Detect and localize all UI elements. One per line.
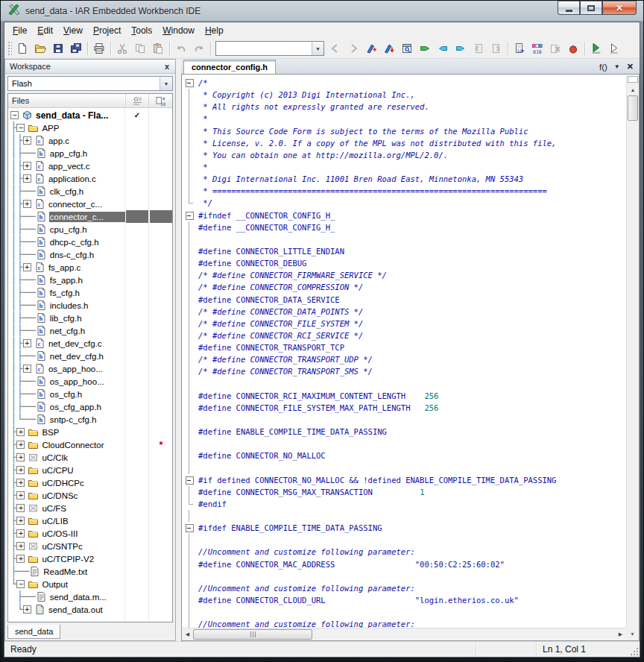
- goto-forward-button[interactable]: [344, 40, 362, 57]
- fold-collapse-box[interactable]: [182, 77, 198, 89]
- code-lines[interactable]: /* * Copyright (c) 2013 Digi Internation…: [182, 75, 626, 628]
- toggle-bookmark-button[interactable]: [362, 40, 380, 57]
- tree-item-uc-sntpc[interactable]: ├+uC/SNTPc: [8, 540, 172, 552]
- copy-button[interactable]: [131, 40, 149, 57]
- stop-build-button[interactable]: [546, 40, 564, 57]
- tree-item-application-c[interactable]: │├+capplication.c: [8, 172, 172, 185]
- toolbar-grip[interactable]: [7, 41, 12, 56]
- editor-close-icon[interactable]: ✕: [627, 62, 634, 72]
- browse-forward-button[interactable]: [452, 40, 470, 57]
- menu-project[interactable]: Project: [88, 23, 126, 38]
- tree-item-app-vect-c[interactable]: │├+capp_vect.c: [8, 160, 172, 172]
- tree-expand-toggle[interactable]: +: [23, 605, 31, 614]
- tree-item-fs-app-h[interactable]: │├──hfs_app.h: [8, 274, 172, 286]
- find-in-window-button[interactable]: [398, 40, 416, 57]
- function-list-button[interactable]: f(): [599, 63, 607, 72]
- workspace-panel-header[interactable]: Workspace x: [5, 60, 175, 74]
- chevron-down-icon[interactable]: ▼: [312, 42, 323, 55]
- tree-item-os-cfg-app-h[interactable]: │├──hos_cfg_app.h: [8, 400, 172, 413]
- tree-item-uc-cpu[interactable]: ├+uC/CPU: [8, 464, 172, 476]
- goto-back-button[interactable]: [326, 40, 344, 57]
- files-column-label[interactable]: Files: [8, 94, 126, 107]
- tree-expand-toggle[interactable]: +: [16, 517, 25, 525]
- tree-item-dns-c-cfg-h[interactable]: │├──hdns-c_cfg.h: [8, 248, 172, 261]
- menu-file[interactable]: File: [7, 23, 32, 38]
- scroll-up-arrow[interactable]: ▲: [627, 83, 639, 95]
- title-bar[interactable]: send_data - IAR Embedded Workbench IDE: [1, 1, 643, 22]
- tree-expand-toggle[interactable]: +: [16, 555, 25, 563]
- tree-item-readme-txt[interactable]: ├──ReadMe.txt: [8, 565, 172, 578]
- browse-back-button[interactable]: [434, 40, 452, 57]
- tree-item-output[interactable]: └−Output: [8, 578, 172, 590]
- tree-item-includes-h[interactable]: │├──hincludes.h: [8, 299, 172, 312]
- tree-expand-toggle[interactable]: +: [16, 441, 25, 449]
- configuration-selector[interactable]: Flash ▼: [7, 76, 173, 91]
- workspace-close-button[interactable]: x: [163, 62, 171, 71]
- cut-button[interactable]: [113, 40, 131, 57]
- tree-expand-toggle[interactable]: −: [16, 580, 25, 588]
- tree-expand-toggle[interactable]: +: [16, 542, 25, 550]
- chevron-down-icon[interactable]: ▼: [160, 77, 172, 90]
- tree-expand-toggle[interactable]: −: [16, 124, 25, 132]
- redo-button[interactable]: [190, 40, 208, 57]
- tree-expand-toggle[interactable]: +: [23, 365, 31, 373]
- menu-tools[interactable]: Tools: [126, 23, 157, 38]
- menu-view[interactable]: View: [58, 23, 88, 38]
- tree-item-app-c[interactable]: │├+capp.c: [8, 134, 172, 147]
- combobox-value[interactable]: [216, 42, 312, 55]
- new-file-button[interactable]: [13, 40, 31, 57]
- compile-button[interactable]: 10: [511, 40, 528, 57]
- tree-item-net-dev-cfg-h[interactable]: │├──hnet_dev_cfg.h: [8, 350, 172, 362]
- tree-expand-toggle[interactable]: +: [23, 263, 31, 271]
- make-button[interactable]: 010: [528, 40, 546, 57]
- tree-item-lib-cfg-h[interactable]: │├──hlib_cfg.h: [8, 312, 172, 324]
- tree-expand-toggle[interactable]: −: [10, 111, 19, 119]
- tree-item-dhcp-c-cfg-h[interactable]: │├──hdhcp-c_cfg.h: [8, 236, 172, 248]
- tree-item-uc-dhcpc[interactable]: ├+uC/DHCPc: [8, 476, 172, 489]
- quick-search-combobox[interactable]: ▼: [215, 41, 324, 56]
- print-button[interactable]: [90, 40, 108, 57]
- menu-window[interactable]: Window: [157, 23, 200, 38]
- tree-item-uc-dnsc[interactable]: ├+uC/DNSc: [8, 489, 172, 502]
- editor-tab-connector-config[interactable]: connector_config.h: [183, 60, 276, 74]
- build-order-column-icon[interactable]: 10: [149, 94, 172, 107]
- debug-without-downloading-button[interactable]: [605, 40, 623, 57]
- tree-item-bsp[interactable]: ├+BSP: [8, 426, 172, 438]
- next-bookmark-button[interactable]: [380, 40, 398, 57]
- tree-expand-toggle[interactable]: +: [23, 174, 31, 183]
- go-button[interactable]: [416, 40, 434, 57]
- tree-item-app-cfg-h[interactable]: │├──happ_cfg.h: [8, 147, 172, 160]
- tree-item-fs-cfg-h[interactable]: │├──hfs_cfg.h: [8, 286, 172, 299]
- tree-expand-toggle[interactable]: +: [16, 479, 25, 487]
- scroll-right-arrow[interactable]: ▶: [615, 628, 626, 640]
- tree-expand-toggle[interactable]: +: [23, 339, 31, 347]
- tree-item-connector-c-[interactable]: │├+cconnector_c...: [8, 198, 172, 210]
- tree-expand-toggle[interactable]: +: [16, 466, 25, 474]
- open-file-button[interactable]: [31, 40, 49, 57]
- debug-button[interactable]: [564, 40, 582, 57]
- tree-item-fs-app-c[interactable]: │├+cfs_app.c: [8, 261, 172, 274]
- fold-collapse-box[interactable]: [182, 522, 198, 534]
- tree-item-send-data-fla-[interactable]: −send_data - Fla...✓: [8, 109, 172, 122]
- panel-splitter[interactable]: [176, 59, 181, 641]
- tree-item-os-app-hoo-[interactable]: │├+cos_app_hoo...: [8, 362, 172, 375]
- vertical-scrollbar[interactable]: ▲: [626, 75, 639, 628]
- tree-item-net-cfg-h[interactable]: │├──hnet_cfg.h: [8, 324, 172, 337]
- tree-expand-toggle[interactable]: +: [16, 529, 25, 538]
- tree-item-cloudconnector[interactable]: ├+CloudConnector*: [8, 438, 172, 451]
- close-button[interactable]: ✕: [602, 1, 637, 15]
- previous-file-button[interactable]: [470, 40, 487, 57]
- tree-item-uc-lib[interactable]: ├+uC/LIB: [8, 514, 172, 527]
- undo-button[interactable]: [172, 40, 190, 57]
- tree-expand-toggle[interactable]: +: [16, 491, 25, 499]
- tree-item-app[interactable]: ├−APP: [8, 122, 172, 134]
- fold-collapse-box[interactable]: [182, 209, 198, 221]
- file-options-column-icon[interactable]: [126, 94, 149, 107]
- tree-expand-toggle[interactable]: +: [23, 162, 31, 170]
- menu-edit[interactable]: Edit: [32, 23, 58, 38]
- tree-item-uc-tcpip-v2[interactable]: ├+uC/TCPIP-V2: [8, 552, 172, 565]
- horizontal-scrollbar[interactable]: ◀ ▶: [182, 628, 626, 640]
- next-file-button[interactable]: [487, 40, 505, 57]
- menu-help[interactable]: Help: [200, 23, 229, 38]
- tree-item-send-data-out[interactable]: └+send_data.out: [8, 603, 172, 616]
